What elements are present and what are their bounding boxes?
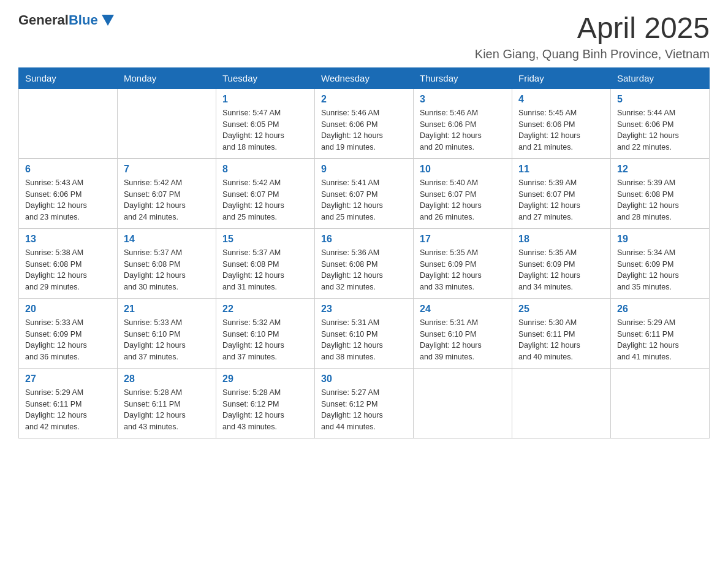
day-number: 10 [420, 164, 506, 175]
day-info: Sunrise: 5:33 AM Sunset: 6:09 PM Dayligh… [25, 317, 111, 363]
calendar-cell: 10Sunrise: 5:40 AM Sunset: 6:07 PM Dayli… [414, 158, 512, 228]
day-number: 7 [124, 164, 210, 175]
calendar-cell: 1Sunrise: 5:47 AM Sunset: 6:05 PM Daylig… [216, 88, 315, 158]
day-number: 4 [518, 94, 604, 105]
day-info: Sunrise: 5:37 AM Sunset: 6:08 PM Dayligh… [124, 247, 210, 293]
calendar-cell: 7Sunrise: 5:42 AM Sunset: 6:07 PM Daylig… [118, 158, 216, 228]
day-info: Sunrise: 5:28 AM Sunset: 6:12 PM Dayligh… [222, 387, 308, 433]
day-number: 3 [420, 94, 506, 105]
day-number: 25 [518, 304, 604, 315]
calendar-cell: 13Sunrise: 5:38 AM Sunset: 6:08 PM Dayli… [19, 228, 118, 298]
day-number: 19 [617, 234, 703, 245]
day-info: Sunrise: 5:32 AM Sunset: 6:10 PM Dayligh… [222, 317, 308, 363]
day-info: Sunrise: 5:31 AM Sunset: 6:10 PM Dayligh… [420, 317, 506, 363]
week-row-5: 27Sunrise: 5:29 AM Sunset: 6:11 PM Dayli… [19, 368, 710, 438]
day-number: 22 [222, 304, 308, 315]
calendar-cell [118, 88, 216, 158]
calendar-cell: 17Sunrise: 5:35 AM Sunset: 6:09 PM Dayli… [414, 228, 512, 298]
calendar-cell: 11Sunrise: 5:39 AM Sunset: 6:07 PM Dayli… [512, 158, 611, 228]
calendar-cell: 8Sunrise: 5:42 AM Sunset: 6:07 PM Daylig… [216, 158, 315, 228]
day-number: 12 [617, 164, 703, 175]
calendar-cell: 5Sunrise: 5:44 AM Sunset: 6:06 PM Daylig… [611, 88, 710, 158]
day-number: 23 [321, 304, 407, 315]
calendar-cell: 22Sunrise: 5:32 AM Sunset: 6:10 PM Dayli… [216, 298, 315, 368]
calendar-cell: 28Sunrise: 5:28 AM Sunset: 6:11 PM Dayli… [118, 368, 216, 438]
calendar-cell: 18Sunrise: 5:35 AM Sunset: 6:09 PM Dayli… [512, 228, 611, 298]
day-number: 16 [321, 234, 407, 245]
week-row-3: 13Sunrise: 5:38 AM Sunset: 6:08 PM Dayli… [19, 228, 710, 298]
calendar-cell [512, 368, 611, 438]
logo-text: GeneralBlue [18, 12, 98, 28]
day-number: 17 [420, 234, 506, 245]
day-number: 8 [222, 164, 308, 175]
day-number: 15 [222, 234, 308, 245]
weekday-header-thursday: Thursday [414, 67, 512, 88]
day-info: Sunrise: 5:27 AM Sunset: 6:12 PM Dayligh… [321, 387, 407, 433]
day-number: 21 [124, 304, 210, 315]
day-number: 14 [124, 234, 210, 245]
title-block: April 2025 Kien Giang, Quang Binh Provin… [475, 12, 710, 61]
calendar-cell: 3Sunrise: 5:46 AM Sunset: 6:06 PM Daylig… [414, 88, 512, 158]
calendar-cell: 27Sunrise: 5:29 AM Sunset: 6:11 PM Dayli… [19, 368, 118, 438]
calendar-cell: 29Sunrise: 5:28 AM Sunset: 6:12 PM Dayli… [216, 368, 315, 438]
day-number: 30 [321, 373, 407, 385]
day-info: Sunrise: 5:35 AM Sunset: 6:09 PM Dayligh… [420, 247, 506, 293]
location-subtitle: Kien Giang, Quang Binh Province, Vietnam [475, 47, 710, 61]
calendar-cell: 20Sunrise: 5:33 AM Sunset: 6:09 PM Dayli… [19, 298, 118, 368]
calendar-cell [611, 368, 710, 438]
day-info: Sunrise: 5:44 AM Sunset: 6:06 PM Dayligh… [617, 107, 703, 153]
day-number: 11 [518, 164, 604, 175]
calendar-cell: 23Sunrise: 5:31 AM Sunset: 6:10 PM Dayli… [315, 298, 414, 368]
day-info: Sunrise: 5:40 AM Sunset: 6:07 PM Dayligh… [420, 177, 506, 223]
calendar-cell [19, 88, 118, 158]
calendar-cell: 21Sunrise: 5:33 AM Sunset: 6:10 PM Dayli… [118, 298, 216, 368]
day-info: Sunrise: 5:42 AM Sunset: 6:07 PM Dayligh… [222, 177, 308, 223]
calendar-cell: 4Sunrise: 5:45 AM Sunset: 6:06 PM Daylig… [512, 88, 611, 158]
day-info: Sunrise: 5:46 AM Sunset: 6:06 PM Dayligh… [321, 107, 407, 153]
calendar-cell: 24Sunrise: 5:31 AM Sunset: 6:10 PM Dayli… [414, 298, 512, 368]
day-number: 6 [25, 164, 111, 175]
calendar-table: SundayMondayTuesdayWednesdayThursdayFrid… [18, 67, 710, 439]
day-info: Sunrise: 5:46 AM Sunset: 6:06 PM Dayligh… [420, 107, 506, 153]
day-info: Sunrise: 5:28 AM Sunset: 6:11 PM Dayligh… [124, 387, 210, 433]
day-number: 24 [420, 304, 506, 315]
month-year-title: April 2025 [475, 12, 710, 45]
calendar-cell: 19Sunrise: 5:34 AM Sunset: 6:09 PM Dayli… [611, 228, 710, 298]
calendar-cell: 16Sunrise: 5:36 AM Sunset: 6:08 PM Dayli… [315, 228, 414, 298]
calendar-cell: 6Sunrise: 5:43 AM Sunset: 6:06 PM Daylig… [19, 158, 118, 228]
day-info: Sunrise: 5:35 AM Sunset: 6:09 PM Dayligh… [518, 247, 604, 293]
day-number: 29 [222, 373, 308, 385]
day-info: Sunrise: 5:29 AM Sunset: 6:11 PM Dayligh… [617, 317, 703, 363]
day-info: Sunrise: 5:30 AM Sunset: 6:11 PM Dayligh… [518, 317, 604, 363]
calendar-cell: 12Sunrise: 5:39 AM Sunset: 6:08 PM Dayli… [611, 158, 710, 228]
weekday-header-wednesday: Wednesday [315, 67, 414, 88]
day-info: Sunrise: 5:36 AM Sunset: 6:08 PM Dayligh… [321, 247, 407, 293]
week-row-4: 20Sunrise: 5:33 AM Sunset: 6:09 PM Dayli… [19, 298, 710, 368]
calendar-cell: 14Sunrise: 5:37 AM Sunset: 6:08 PM Dayli… [118, 228, 216, 298]
day-info: Sunrise: 5:39 AM Sunset: 6:07 PM Dayligh… [518, 177, 604, 223]
day-number: 1 [222, 94, 308, 105]
day-info: Sunrise: 5:38 AM Sunset: 6:08 PM Dayligh… [25, 247, 111, 293]
weekday-header-saturday: Saturday [611, 67, 710, 88]
page-header: GeneralBlue April 2025 Kien Giang, Quang… [18, 12, 710, 61]
calendar-cell [414, 368, 512, 438]
logo-general: General [18, 12, 69, 28]
day-info: Sunrise: 5:47 AM Sunset: 6:05 PM Dayligh… [222, 107, 308, 153]
calendar-cell: 2Sunrise: 5:46 AM Sunset: 6:06 PM Daylig… [315, 88, 414, 158]
day-number: 26 [617, 304, 703, 315]
weekday-header-monday: Monday [118, 67, 216, 88]
calendar-cell: 30Sunrise: 5:27 AM Sunset: 6:12 PM Dayli… [315, 368, 414, 438]
day-number: 9 [321, 164, 407, 175]
week-row-1: 1Sunrise: 5:47 AM Sunset: 6:05 PM Daylig… [19, 88, 710, 158]
week-row-2: 6Sunrise: 5:43 AM Sunset: 6:06 PM Daylig… [19, 158, 710, 228]
calendar-cell: 25Sunrise: 5:30 AM Sunset: 6:11 PM Dayli… [512, 298, 611, 368]
calendar-cell: 26Sunrise: 5:29 AM Sunset: 6:11 PM Dayli… [611, 298, 710, 368]
weekday-header-sunday: Sunday [19, 67, 118, 88]
day-number: 13 [25, 234, 111, 245]
logo: GeneralBlue [18, 12, 114, 28]
day-info: Sunrise: 5:29 AM Sunset: 6:11 PM Dayligh… [25, 387, 111, 433]
day-info: Sunrise: 5:37 AM Sunset: 6:08 PM Dayligh… [222, 247, 308, 293]
weekday-header-tuesday: Tuesday [216, 67, 315, 88]
day-info: Sunrise: 5:34 AM Sunset: 6:09 PM Dayligh… [617, 247, 703, 293]
day-number: 5 [617, 94, 703, 105]
